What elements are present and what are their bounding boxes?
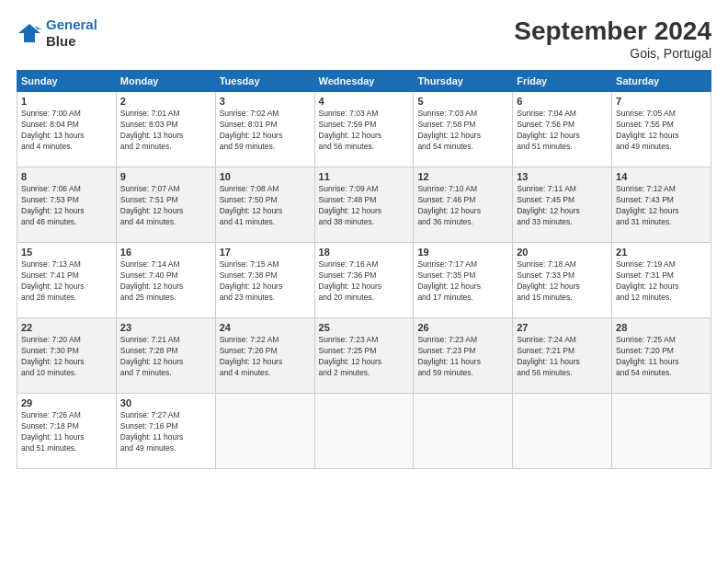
calendar-cell: 13Sunrise: 7:11 AM Sunset: 7:45 PM Dayli… — [513, 167, 612, 243]
day-info: Sunrise: 7:12 AM Sunset: 7:43 PM Dayligh… — [616, 184, 707, 228]
day-info: Sunrise: 7:19 AM Sunset: 7:31 PM Dayligh… — [616, 259, 707, 304]
day-number: 30 — [120, 397, 211, 408]
logo-icon — [17, 20, 42, 46]
day-number: 4 — [319, 96, 410, 107]
day-info: Sunrise: 7:22 AM Sunset: 7:26 PM Dayligh… — [220, 335, 311, 379]
calendar-cell: 10Sunrise: 7:08 AM Sunset: 7:50 PM Dayli… — [215, 167, 314, 243]
day-info: Sunrise: 7:20 AM Sunset: 7:30 PM Dayligh… — [21, 335, 112, 379]
calendar-header-tuesday: Tuesday — [215, 71, 314, 92]
calendar-cell: 27Sunrise: 7:24 AM Sunset: 7:21 PM Dayli… — [513, 318, 612, 394]
day-number: 18 — [319, 247, 410, 258]
calendar-cell: 15Sunrise: 7:13 AM Sunset: 7:41 PM Dayli… — [17, 243, 117, 318]
day-number: 3 — [220, 96, 311, 107]
day-info: Sunrise: 7:13 AM Sunset: 7:41 PM Dayligh… — [21, 259, 112, 304]
calendar-header-saturday: Saturday — [612, 71, 711, 92]
day-number: 9 — [120, 171, 211, 182]
calendar-cell — [314, 394, 414, 469]
calendar-cell: 18Sunrise: 7:16 AM Sunset: 7:36 PM Dayli… — [314, 243, 414, 318]
day-info: Sunrise: 7:24 AM Sunset: 7:21 PM Dayligh… — [517, 335, 608, 379]
calendar-cell: 29Sunrise: 7:26 AM Sunset: 7:18 PM Dayli… — [17, 394, 117, 469]
day-number: 19 — [417, 247, 508, 258]
day-number: 1 — [21, 96, 112, 107]
day-info: Sunrise: 7:15 AM Sunset: 7:38 PM Dayligh… — [220, 259, 311, 304]
calendar-cell — [612, 394, 711, 469]
calendar-cell: 26Sunrise: 7:23 AM Sunset: 7:23 PM Dayli… — [414, 318, 513, 394]
calendar-cell: 19Sunrise: 7:17 AM Sunset: 7:35 PM Dayli… — [414, 243, 513, 318]
day-info: Sunrise: 7:00 AM Sunset: 8:04 PM Dayligh… — [21, 109, 112, 153]
calendar-week-row: 8Sunrise: 7:06 AM Sunset: 7:53 PM Daylig… — [17, 167, 711, 243]
calendar-cell — [513, 394, 612, 469]
day-number: 6 — [517, 96, 608, 107]
page: General Blue September 2024 Gois, Portug… — [0, 0, 728, 563]
day-info: Sunrise: 7:23 AM Sunset: 7:25 PM Dayligh… — [319, 335, 410, 379]
month-title: September 2024 — [514, 17, 711, 46]
day-number: 12 — [417, 171, 508, 182]
day-info: Sunrise: 7:21 AM Sunset: 7:28 PM Dayligh… — [120, 335, 211, 379]
day-number: 28 — [616, 322, 707, 333]
day-number: 11 — [319, 171, 410, 182]
calendar-cell: 14Sunrise: 7:12 AM Sunset: 7:43 PM Dayli… — [612, 167, 711, 243]
calendar-header-wednesday: Wednesday — [314, 71, 414, 92]
day-number: 20 — [517, 247, 608, 258]
day-number: 25 — [319, 322, 410, 333]
day-number: 27 — [517, 322, 608, 333]
calendar-cell — [414, 394, 513, 469]
calendar-cell: 6Sunrise: 7:04 AM Sunset: 7:56 PM Daylig… — [513, 92, 612, 167]
calendar-cell: 9Sunrise: 7:07 AM Sunset: 7:51 PM Daylig… — [116, 167, 215, 243]
calendar-cell: 5Sunrise: 7:03 AM Sunset: 7:58 PM Daylig… — [414, 92, 513, 167]
calendar-cell: 3Sunrise: 7:02 AM Sunset: 8:01 PM Daylig… — [215, 92, 314, 167]
day-info: Sunrise: 7:23 AM Sunset: 7:23 PM Dayligh… — [417, 335, 508, 379]
calendar-week-row: 1Sunrise: 7:00 AM Sunset: 8:04 PM Daylig… — [17, 92, 711, 167]
day-info: Sunrise: 7:08 AM Sunset: 7:50 PM Dayligh… — [220, 184, 311, 228]
day-info: Sunrise: 7:03 AM Sunset: 7:59 PM Dayligh… — [319, 109, 410, 153]
day-info: Sunrise: 7:03 AM Sunset: 7:58 PM Dayligh… — [417, 109, 508, 153]
day-info: Sunrise: 7:18 AM Sunset: 7:33 PM Dayligh… — [517, 259, 608, 304]
logo-text: General Blue — [46, 17, 97, 50]
calendar-week-row: 22Sunrise: 7:20 AM Sunset: 7:30 PM Dayli… — [17, 318, 711, 394]
header: General Blue September 2024 Gois, Portug… — [17, 17, 711, 61]
calendar-header-thursday: Thursday — [414, 71, 513, 92]
calendar-cell: 4Sunrise: 7:03 AM Sunset: 7:59 PM Daylig… — [314, 92, 414, 167]
calendar-cell: 2Sunrise: 7:01 AM Sunset: 8:03 PM Daylig… — [116, 92, 215, 167]
calendar-cell: 30Sunrise: 7:27 AM Sunset: 7:16 PM Dayli… — [116, 394, 215, 469]
calendar-header-row: SundayMondayTuesdayWednesdayThursdayFrid… — [17, 71, 711, 92]
day-number: 23 — [120, 322, 211, 333]
logo: General Blue — [17, 17, 97, 50]
location-subtitle: Gois, Portugal — [514, 46, 711, 61]
calendar-cell: 11Sunrise: 7:09 AM Sunset: 7:48 PM Dayli… — [314, 167, 414, 243]
calendar-week-row: 29Sunrise: 7:26 AM Sunset: 7:18 PM Dayli… — [17, 394, 711, 469]
calendar-cell: 24Sunrise: 7:22 AM Sunset: 7:26 PM Dayli… — [215, 318, 314, 394]
day-number: 15 — [21, 247, 112, 258]
day-number: 10 — [220, 171, 311, 182]
day-number: 16 — [120, 247, 211, 258]
day-info: Sunrise: 7:27 AM Sunset: 7:16 PM Dayligh… — [120, 410, 211, 454]
calendar-cell: 8Sunrise: 7:06 AM Sunset: 7:53 PM Daylig… — [17, 167, 117, 243]
svg-marker-0 — [18, 24, 40, 42]
day-info: Sunrise: 7:11 AM Sunset: 7:45 PM Dayligh… — [517, 184, 608, 228]
calendar-cell: 16Sunrise: 7:14 AM Sunset: 7:40 PM Dayli… — [116, 243, 215, 318]
calendar-cell: 1Sunrise: 7:00 AM Sunset: 8:04 PM Daylig… — [17, 92, 117, 167]
day-info: Sunrise: 7:07 AM Sunset: 7:51 PM Dayligh… — [120, 184, 211, 228]
day-info: Sunrise: 7:05 AM Sunset: 7:55 PM Dayligh… — [616, 109, 707, 153]
day-number: 17 — [220, 247, 311, 258]
day-info: Sunrise: 7:17 AM Sunset: 7:35 PM Dayligh… — [417, 259, 508, 304]
day-number: 7 — [616, 96, 707, 107]
calendar-header-friday: Friday — [513, 71, 612, 92]
calendar-cell: 7Sunrise: 7:05 AM Sunset: 7:55 PM Daylig… — [612, 92, 711, 167]
calendar-week-row: 15Sunrise: 7:13 AM Sunset: 7:41 PM Dayli… — [17, 243, 711, 318]
calendar-header-sunday: Sunday — [17, 71, 117, 92]
svg-marker-1 — [35, 26, 42, 29]
day-number: 2 — [120, 96, 211, 107]
day-info: Sunrise: 7:25 AM Sunset: 7:20 PM Dayligh… — [616, 335, 707, 379]
day-info: Sunrise: 7:06 AM Sunset: 7:53 PM Dayligh… — [21, 184, 112, 228]
calendar-header-monday: Monday — [116, 71, 215, 92]
calendar-cell — [215, 394, 314, 469]
day-number: 26 — [417, 322, 508, 333]
calendar-cell: 25Sunrise: 7:23 AM Sunset: 7:25 PM Dayli… — [314, 318, 414, 394]
calendar-cell: 23Sunrise: 7:21 AM Sunset: 7:28 PM Dayli… — [116, 318, 215, 394]
day-number: 5 — [417, 96, 508, 107]
day-info: Sunrise: 7:09 AM Sunset: 7:48 PM Dayligh… — [319, 184, 410, 228]
day-number: 24 — [220, 322, 311, 333]
day-number: 14 — [616, 171, 707, 182]
day-number: 22 — [21, 322, 112, 333]
